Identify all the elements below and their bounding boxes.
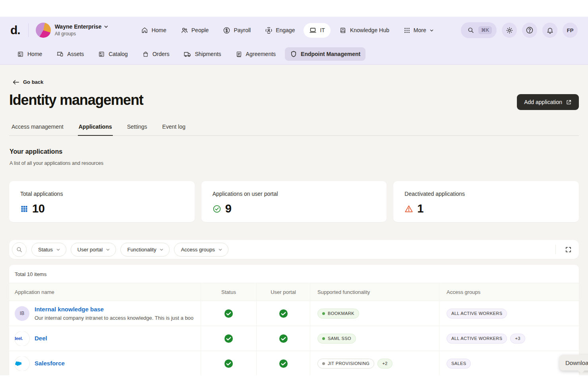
shopping-bag-icon bbox=[142, 51, 149, 58]
download-tooltip: Download bbox=[559, 355, 588, 371]
subnav-item-orders[interactable]: Orders bbox=[137, 48, 175, 61]
access-group-badge: SALES bbox=[447, 359, 471, 369]
app-description: Our internal company intranet to access … bbox=[35, 315, 193, 321]
subnav-item-agreements[interactable]: Agreements bbox=[230, 48, 281, 61]
truck-icon bbox=[184, 50, 191, 58]
gear-icon bbox=[506, 27, 513, 34]
back-arrow-icon bbox=[13, 79, 19, 85]
top-bar: d. Wayne Enterprise All groups Home Peop… bbox=[0, 17, 588, 44]
status-active-icon bbox=[224, 359, 233, 368]
app-name-link[interactable]: Salesforce bbox=[35, 360, 65, 367]
app-name-link[interactable]: Internal knowledge base bbox=[35, 306, 193, 313]
global-search[interactable]: ⌘K bbox=[461, 22, 497, 38]
filter-status[interactable]: Status bbox=[31, 243, 66, 257]
dashboard-card-icon bbox=[17, 51, 24, 58]
bell-icon bbox=[546, 27, 554, 34]
nav-item-knowledge-hub[interactable]: Knowledge Hub bbox=[334, 23, 395, 38]
settings-button[interactable] bbox=[502, 23, 517, 38]
deel-logo[interactable]: d. bbox=[10, 23, 28, 37]
access-group-more-badge: +3 bbox=[510, 334, 525, 344]
payroll-icon bbox=[223, 27, 230, 34]
chevron-down-icon bbox=[159, 247, 164, 252]
app-window: d. Wayne Enterprise All groups Home Peop… bbox=[0, 0, 588, 392]
app-name-link[interactable]: Deel bbox=[35, 335, 47, 342]
it-sub-nav: Home Assets Catalog Orders Shipments Agr… bbox=[0, 44, 588, 65]
table-row[interactable]: Salesforce JIT PROVISIONING +2 bbox=[9, 351, 579, 375]
divider bbox=[28, 23, 29, 37]
go-back-button[interactable]: Go back bbox=[13, 79, 43, 85]
subnav-item-catalog[interactable]: Catalog bbox=[93, 48, 133, 61]
subnav-item-shipments[interactable]: Shipments bbox=[178, 47, 226, 61]
subnav-item-home[interactable]: Home bbox=[12, 48, 47, 61]
section-subtitle: A list of all your applications and reso… bbox=[10, 160, 579, 166]
grid-dots-icon bbox=[404, 27, 410, 34]
access-group-badge: ALL ACTIVE WORKERS bbox=[447, 309, 507, 319]
app-avatar bbox=[15, 356, 29, 371]
table-header-row: Application name Status User portal Supp… bbox=[9, 283, 579, 301]
warning-triangle-icon bbox=[404, 205, 413, 213]
search-icon bbox=[16, 246, 23, 253]
nav-item-people[interactable]: People bbox=[175, 23, 215, 38]
search-icon bbox=[467, 27, 474, 34]
search-shortcut: ⌘K bbox=[478, 26, 492, 34]
nav-item-home[interactable]: Home bbox=[135, 23, 172, 37]
app-avatar: deel. bbox=[15, 331, 29, 346]
nav-item-payroll[interactable]: Payroll bbox=[217, 23, 256, 38]
column-access-groups: Access groups bbox=[439, 283, 579, 301]
tab-access-management[interactable]: Access management bbox=[11, 120, 64, 135]
functionality-badge: BOOKMARK bbox=[317, 309, 359, 319]
filter-access-groups[interactable]: Access groups bbox=[174, 243, 228, 257]
functionality-badge: SAML SSO bbox=[317, 334, 356, 344]
filter-functionality[interactable]: Functionality bbox=[120, 243, 170, 257]
status-dot bbox=[322, 337, 325, 340]
user-portal-enabled-icon bbox=[279, 334, 288, 343]
subnav-item-assets[interactable]: Assets bbox=[51, 47, 89, 61]
primary-nav: Home People Payroll Engage IT Knowledge … bbox=[135, 23, 439, 38]
chevron-down-icon bbox=[106, 247, 110, 252]
chevron-down-icon bbox=[104, 24, 108, 29]
nav-item-engage[interactable]: Engage bbox=[259, 23, 300, 38]
table-search-button[interactable] bbox=[12, 242, 27, 257]
notifications-button[interactable] bbox=[542, 23, 557, 38]
column-application-name: Application name bbox=[9, 283, 201, 301]
org-switcher[interactable]: Wayne Enterprise All groups bbox=[36, 23, 109, 38]
filter-user-portal[interactable]: User portal bbox=[71, 243, 116, 257]
help-button[interactable] bbox=[522, 23, 537, 38]
org-avatar bbox=[36, 23, 51, 38]
stat-total-applications: Total applications 10 bbox=[9, 181, 195, 222]
chevron-down-icon bbox=[56, 247, 60, 252]
tab-applications[interactable]: Applications bbox=[78, 120, 113, 136]
profile-avatar[interactable]: FP bbox=[563, 23, 578, 38]
home-icon bbox=[141, 27, 148, 34]
subnav-item-endpoint-management[interactable]: Endpoint Management bbox=[285, 47, 366, 61]
nav-item-more[interactable]: More bbox=[398, 23, 439, 37]
shield-icon bbox=[290, 50, 297, 58]
external-link-icon bbox=[566, 99, 572, 105]
org-subtitle: All groups bbox=[55, 31, 76, 37]
people-icon bbox=[181, 27, 188, 34]
applications-table: Total 10 items Application name Status U… bbox=[9, 265, 579, 375]
user-portal-enabled-icon bbox=[279, 309, 288, 318]
table-row[interactable]: deel. Deel SAML SSO bbox=[9, 326, 579, 351]
document-icon bbox=[236, 51, 242, 58]
column-supported-functionality: Supported functionality bbox=[310, 283, 439, 301]
tab-settings[interactable]: Settings bbox=[126, 120, 148, 135]
section-title: Your applications bbox=[10, 148, 579, 155]
column-user-portal: User portal bbox=[256, 283, 310, 301]
functionality-badge: JIT PROVISIONING bbox=[317, 359, 374, 369]
table-summary: Total 10 items bbox=[9, 265, 579, 283]
grid-icon bbox=[20, 205, 28, 213]
tab-event-log[interactable]: Event log bbox=[161, 120, 186, 135]
org-name: Wayne Enterprise bbox=[55, 23, 102, 30]
table-row[interactable]: IB Internal knowledge base Our internal … bbox=[9, 301, 579, 326]
add-application-button[interactable]: Add application bbox=[517, 94, 579, 110]
status-active-icon bbox=[224, 309, 233, 318]
status-dot bbox=[322, 362, 325, 365]
filter-bar: Status User portal Functionality Access … bbox=[9, 240, 579, 259]
app-avatar: IB bbox=[15, 306, 29, 321]
fullscreen-button[interactable] bbox=[562, 243, 574, 255]
page-tabs: Access management Applications Settings … bbox=[9, 120, 579, 136]
nav-item-it[interactable]: IT bbox=[304, 23, 330, 38]
status-active-icon bbox=[224, 334, 233, 343]
access-group-badge: ALL ACTIVE WORKERS bbox=[447, 334, 507, 344]
